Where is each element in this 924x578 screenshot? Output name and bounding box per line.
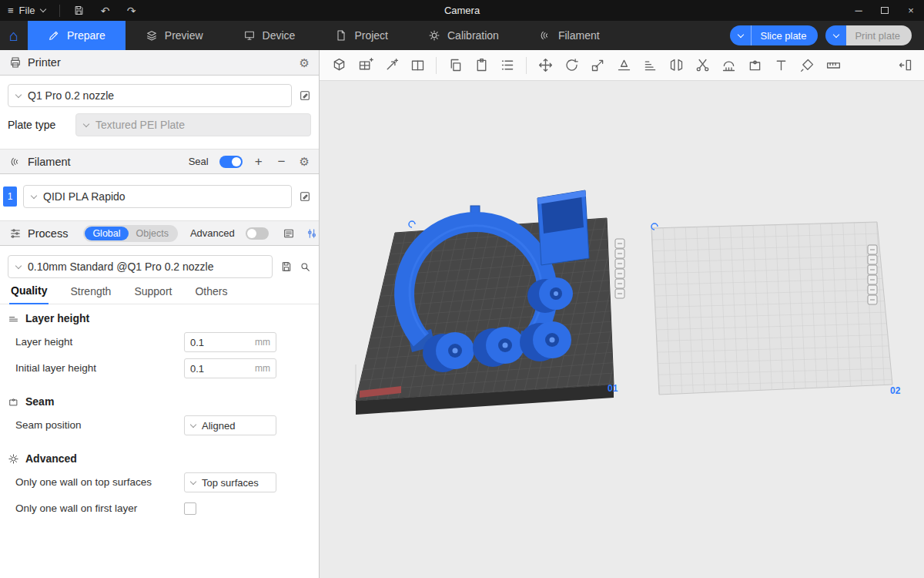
advanced-toggle[interactable]	[246, 227, 269, 240]
cut-icon	[695, 57, 711, 73]
close-button[interactable]: ×	[898, 0, 924, 21]
layer-height-input[interactable]: mm	[184, 332, 276, 352]
color-paint-button[interactable]	[794, 52, 820, 79]
text-tool-icon	[773, 57, 789, 73]
window-titlebar: ≡ File ↶ ↷ Camera ─ ×	[0, 0, 924, 21]
tab-strength[interactable]: Strength	[69, 285, 112, 304]
maximize-icon	[881, 7, 889, 14]
place-on-face-button[interactable]	[611, 52, 637, 79]
compare-presets-icon[interactable]	[306, 227, 318, 240]
add-object-button[interactable]	[326, 52, 352, 79]
layer-height-value[interactable]	[190, 337, 252, 348]
tab-label: Calibration	[447, 29, 499, 42]
divider	[59, 5, 60, 17]
rotate-tool-button[interactable]	[558, 52, 584, 79]
text-tool-button[interactable]	[768, 52, 794, 79]
initial-layer-height-value[interactable]	[190, 363, 252, 375]
scope-global[interactable]: Global	[85, 227, 128, 240]
undo-button[interactable]: ↶	[92, 0, 119, 21]
slice-plate-label: Slice plate	[751, 25, 818, 45]
copy-button[interactable]	[442, 52, 468, 79]
initial-layer-height-input[interactable]: mm	[184, 358, 276, 378]
add-plate-button[interactable]	[352, 52, 378, 79]
setting-label: Initial layer height	[15, 358, 184, 375]
scope-objects[interactable]: Objects	[129, 227, 176, 240]
seam-paint-button[interactable]	[742, 52, 768, 79]
add-filament-button[interactable]: +	[253, 155, 264, 168]
process-preset-select[interactable]: 0.10mm Standard @Q1 Pro 0.2 nozzle	[8, 255, 273, 278]
tab-label: Project	[354, 29, 388, 42]
one-wall-first-layer-checkbox[interactable]	[184, 502, 196, 515]
seam-position-select[interactable]: Aligned	[184, 415, 276, 435]
slice-plate-button[interactable]: Slice plate	[730, 25, 818, 45]
scale-tool-button[interactable]	[584, 52, 611, 79]
plate-type-select[interactable]: Textured PEI Plate	[75, 113, 311, 136]
filament-preset-select[interactable]: QIDI PLA Rapido	[23, 185, 292, 208]
move-tool-button[interactable]	[532, 52, 558, 79]
split-window-button[interactable]	[404, 52, 430, 79]
printer-preset-row: Q1 Pro 0.2 nozzle	[0, 84, 319, 107]
plate1-handle-icon[interactable]	[409, 221, 415, 227]
toggle-object-panel-button[interactable]	[892, 52, 918, 79]
support-paint-button[interactable]	[715, 52, 742, 79]
variable-layer-height-button[interactable]	[637, 52, 663, 79]
print-plate-button[interactable]: Print plate	[825, 25, 912, 45]
minimize-icon: ─	[855, 5, 862, 16]
tab-quality[interactable]: Quality	[9, 284, 49, 304]
calibration-icon	[428, 29, 440, 42]
save-preset-icon[interactable]	[280, 260, 293, 273]
tab-calibration[interactable]: Calibration	[408, 21, 519, 50]
scene-canvas[interactable]: 02 01	[320, 81, 924, 578]
group-layer-height: Layer height	[0, 304, 319, 329]
tab-others[interactable]: Others	[193, 285, 229, 304]
setting-row: Initial layer height mm	[0, 355, 319, 381]
maximize-button[interactable]	[872, 0, 898, 21]
copy-icon	[447, 57, 464, 73]
plate1-action-icons[interactable]	[615, 239, 624, 298]
paste-button[interactable]	[468, 52, 494, 79]
tab-device[interactable]: Device	[223, 21, 316, 50]
measure-tool-button[interactable]	[820, 52, 846, 79]
filament-section-header: Filament Seal + − ⚙	[0, 149, 319, 174]
edit-filament-icon[interactable]	[299, 190, 311, 203]
filament-slot-badge[interactable]: 1	[3, 187, 17, 207]
tab-project[interactable]: Project	[315, 21, 408, 50]
home-button[interactable]: ⌂	[0, 21, 28, 50]
one-wall-top-select[interactable]: Top surfaces	[184, 472, 276, 492]
search-icon[interactable]	[299, 260, 311, 273]
tab-label: Filament	[558, 29, 600, 42]
cut-tool-button[interactable]	[689, 52, 715, 79]
process-section-title: Process	[28, 227, 68, 240]
tab-support[interactable]: Support	[132, 285, 173, 304]
process-section-header: Process Global Objects Advanced	[0, 220, 319, 246]
setting-list-icon[interactable]	[283, 227, 295, 240]
build-plate-2[interactable]: 02	[647, 218, 909, 402]
split-object-button[interactable]	[663, 52, 689, 79]
auto-orient-button[interactable]	[378, 52, 404, 79]
device-icon	[243, 29, 256, 42]
printer-gear-icon[interactable]: ⚙	[300, 57, 310, 69]
chevron-down-icon	[833, 31, 839, 37]
printer-preset-select[interactable]: Q1 Pro 0.2 nozzle	[8, 84, 292, 107]
object-list-button[interactable]	[494, 52, 521, 79]
redo-button[interactable]: ↷	[119, 0, 145, 21]
minimize-button[interactable]: ─	[845, 0, 872, 21]
prepare-icon	[48, 29, 60, 42]
seal-toggle[interactable]	[219, 156, 243, 168]
print-dropdown[interactable]	[825, 25, 846, 45]
slice-dropdown[interactable]	[730, 25, 751, 45]
viewport-3d[interactable]: 02 01	[320, 50, 924, 578]
add-plate-icon	[357, 57, 373, 73]
save-button[interactable]	[66, 0, 92, 21]
filament-gear-icon[interactable]: ⚙	[300, 156, 310, 167]
file-menu[interactable]: ≡ File	[0, 0, 53, 21]
tab-filament[interactable]: Filament	[519, 21, 620, 50]
model-bucket[interactable]	[537, 190, 589, 265]
remove-filament-button[interactable]: −	[276, 155, 287, 168]
tab-preview[interactable]: Preview	[126, 21, 223, 50]
paste-icon	[474, 57, 490, 73]
tab-prepare[interactable]: Prepare	[28, 21, 126, 50]
edit-printer-icon[interactable]	[299, 89, 311, 102]
seam-paint-icon	[747, 57, 763, 73]
main-tabbar: ⌂ Prepare Preview Device Project Calibra…	[0, 21, 924, 50]
